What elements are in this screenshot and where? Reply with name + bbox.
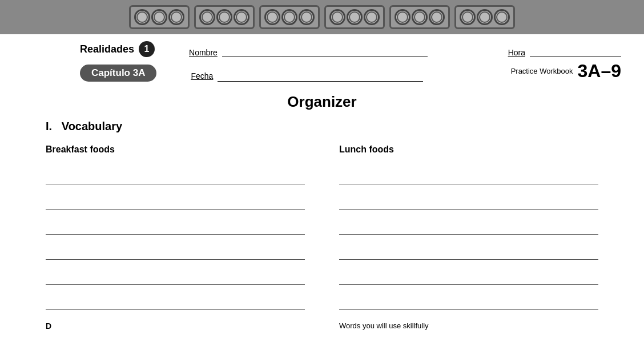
write-line-b4[interactable]	[46, 244, 305, 260]
deco-circle	[347, 9, 363, 25]
deco-circle	[412, 9, 428, 25]
deco-circle	[168, 9, 184, 25]
hora-label: Hora	[508, 48, 525, 57]
main-content: Organizer I. Vocabulary Breakfast foods …	[0, 87, 644, 338]
deco-circle	[329, 9, 345, 25]
deco-group-6	[454, 5, 515, 29]
deco-circle	[264, 9, 280, 25]
capitulo-badge: Capítulo 3A	[80, 65, 156, 82]
deco-circle	[199, 9, 215, 25]
deco-circle	[395, 9, 410, 25]
hora-field-group: Hora	[508, 47, 621, 57]
deco-circle	[494, 9, 510, 25]
realidades-label: Realidades 1	[80, 41, 155, 57]
write-line-l3[interactable]	[339, 219, 598, 235]
fecha-label: Fecha	[191, 71, 213, 81]
nombre-label: Nombre	[189, 48, 218, 57]
write-line-b1[interactable]	[46, 168, 305, 184]
deco-circle	[134, 9, 150, 25]
deco-circle	[460, 9, 476, 25]
section-label: Vocabulary	[62, 120, 122, 132]
deco-circle	[477, 9, 493, 25]
fecha-field-group: Fecha	[191, 71, 488, 82]
lunch-column: Lunch foods	[339, 144, 598, 319]
practice-number: 3A–9	[578, 61, 622, 82]
write-line-l1[interactable]	[339, 168, 598, 184]
deco-circle	[151, 9, 167, 25]
write-line-b2[interactable]	[46, 194, 305, 210]
capitulo-fecha-row: Capítulo 3A Fecha Practice Workbook 3A–9	[0, 57, 644, 87]
nombre-hora-row: Realidades 1 Nombre Hora	[0, 34, 644, 57]
write-line-l2[interactable]	[339, 194, 598, 210]
fecha-input[interactable]	[218, 72, 423, 82]
deco-group-1	[129, 5, 190, 29]
nombre-field-group: Nombre	[189, 47, 485, 57]
write-line-l6[interactable]	[339, 294, 598, 310]
deco-circle	[216, 9, 232, 25]
breakfast-column: Breakfast foods	[46, 144, 305, 319]
header-band	[0, 0, 644, 34]
deco-circle	[234, 9, 249, 25]
vocabulary-grid: Breakfast foods Lunch foods	[46, 144, 598, 319]
page-title: Organizer	[46, 93, 598, 111]
realidades-text: Realidades	[80, 43, 134, 55]
deco-circle	[299, 9, 315, 25]
deco-circle	[364, 9, 380, 25]
bottom-left-label: D	[46, 321, 305, 331]
nombre-input[interactable]	[222, 47, 428, 57]
breakfast-column-title: Breakfast foods	[46, 144, 305, 155]
bottom-right-label: Words you will use skillfully	[339, 321, 598, 331]
practice-workbook-group: Practice Workbook 3A–9	[511, 61, 621, 82]
deco-group-5	[389, 5, 450, 29]
deco-group-4	[324, 5, 385, 29]
section-header: I. Vocabulary	[46, 120, 598, 133]
capitulo-text: Capítulo 3A	[80, 65, 156, 82]
deco-group-2	[194, 5, 255, 29]
deco-group-3	[259, 5, 320, 29]
lunch-column-title: Lunch foods	[339, 144, 598, 155]
practice-label: Practice Workbook	[511, 67, 573, 75]
deco-circle	[429, 9, 445, 25]
section-number: I.	[46, 120, 52, 132]
write-line-b6[interactable]	[46, 294, 305, 310]
write-line-l4[interactable]	[339, 244, 598, 260]
write-line-b5[interactable]	[46, 269, 305, 285]
write-line-l5[interactable]	[339, 269, 598, 285]
deco-circle	[281, 9, 297, 25]
hora-input[interactable]	[530, 47, 621, 57]
write-line-b3[interactable]	[46, 219, 305, 235]
realidades-number: 1	[139, 41, 155, 57]
bottom-labels-row: D Words you will use skillfully	[46, 321, 598, 331]
